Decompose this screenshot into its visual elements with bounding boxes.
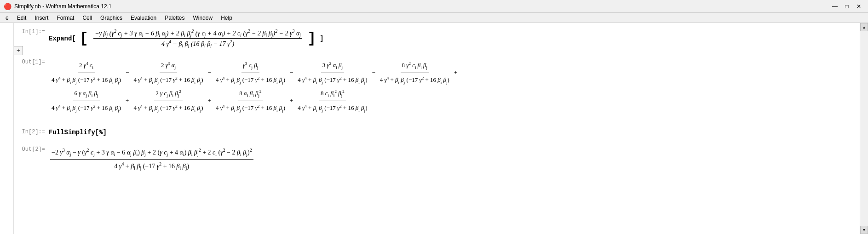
app-icon: 🔴 [4,3,11,10]
out1-content: 2 γ4 ci 4 γ4 + βi βj (−17 γ2 + 16 βi βj)… [49,57,852,117]
notebook: + In[1]:= Expand[ [ −γ βj (γ2 cj + 3 γ α… [0,23,868,234]
term6-frac: 6 γ αj βi βj 4 γ4 + βi βj (−17 γ2 + 16 β… [50,87,122,115]
main-content: In[1]:= Expand[ [ −γ βj (γ2 cj + 3 γ αi … [14,23,860,234]
big-bracket-close: ] [307,30,316,46]
scrollbar[interactable]: ▲ ▼ [860,23,868,234]
scroll-track[interactable] [860,31,868,226]
scroll-up-button[interactable]: ▲ [860,23,868,31]
op6: + [126,94,129,108]
big-bracket-open: [ [80,30,88,46]
in2-content[interactable]: FullSimplify[%] [49,127,852,138]
menu-item-edit[interactable]: Edit [13,14,30,22]
op2: − [208,66,211,80]
menu-item-window[interactable]: Window [190,14,217,22]
menu-item-cell[interactable]: Cell [79,14,96,22]
op1: − [126,66,129,80]
add-cell-button[interactable]: + [14,46,23,55]
menu-item-help[interactable]: Help [217,14,236,22]
out1-row2: 6 γ αj βi βj 4 γ4 + βi βj (−17 γ2 + 16 β… [49,87,852,115]
menu-item-insert[interactable]: Insert [31,14,52,22]
expand-keyword: Expand [49,35,72,42]
in1-label: In[1]:= [21,27,49,35]
in1-denominator: 4 γ4 + βi βj (16 βi βj − 17 γ2) [160,39,236,48]
title-text: Simplify.nb - Wolfram Mathematica 12.1 [14,3,112,10]
op5: + [454,66,457,80]
title-bar: 🔴 Simplify.nb - Wolfram Mathematica 12.1… [0,0,868,13]
close-button[interactable]: ✕ [853,2,864,11]
term5-frac: 8 γ2 ci βi βj 4 γ4 + βi βj (−17 γ2 + 16 … [379,59,451,87]
term4-frac: 3 γ2 αi βj 4 γ4 + βi βj (−17 γ2 + 16 βi … [296,59,368,87]
menu-item-e[interactable]: e [2,14,12,22]
out2-fraction: −2 γ3 αj − γ (γ2 cj + 3 γ αi − 6 αj βi) … [50,146,253,172]
out1-row1: 2 γ4 ci 4 γ4 + βi βj (−17 γ2 + 16 βi βj)… [49,59,852,87]
term3-frac: γ3 cj βj 4 γ4 + βi βj (−17 γ2 + 16 βi βj… [214,59,287,87]
out2-content: −2 γ3 αj − γ (γ2 cj + 3 γ αi − 6 αj βi) … [49,144,852,174]
title-bar-controls: — □ ✕ [829,2,864,11]
op3: − [290,66,293,80]
output-cell-2: Out[2]= −2 γ3 αj − γ (γ2 cj + 3 γ αi − 6… [21,144,852,174]
term9-frac: 8 ci βi2 βj2 4 γ4 + βi βj (−17 γ2 + 16 β… [296,87,368,115]
op8: + [290,94,293,108]
menu-item-graphics[interactable]: Graphics [97,14,126,22]
input-cell-2: In[2]:= FullSimplify[%] [21,127,852,138]
out1-label: Out[1]= [21,57,49,65]
op7: + [208,94,211,108]
maximize-button[interactable]: □ [841,2,852,11]
output-cell-1: Out[1]= 2 γ4 ci 4 γ4 + βi βj (−17 γ2 + 1… [21,57,852,117]
menu-item-format[interactable]: Format [53,14,78,22]
fullsimplify-keyword: FullSimplify[%] [49,129,107,136]
sep3 [21,141,852,144]
in2-label: In[2]:= [21,127,49,135]
in1-fraction: −γ βj (γ2 cj + 3 γ αi − 6 βi αj) + 2 βi … [93,29,302,49]
title-bar-left: 🔴 Simplify.nb - Wolfram Mathematica 12.1 [4,3,112,10]
left-column [0,23,14,234]
minimize-button[interactable]: — [829,2,840,11]
menu-item-evaluation[interactable]: Evaluation [127,14,160,22]
menu-bar: e Edit Insert Format Cell Graphics Evalu… [0,13,868,23]
bracket-open: [ [72,35,75,42]
term1-frac: 2 γ4 ci 4 γ4 + βi βj (−17 γ2 + 16 βi βj) [50,59,122,87]
op4: − [372,66,375,80]
input-cell-1: In[1]:= Expand[ [ −γ βj (γ2 cj + 3 γ αi … [21,27,852,51]
sep2 [21,120,852,127]
term8-frac: 8 αi βi βj2 4 γ4 + βi βj (−17 γ2 + 16 βi… [214,87,287,115]
bracket-close: ] [320,35,323,42]
out2-numerator: −2 γ3 αj − γ (γ2 cj + 3 γ αi − 6 αj βi) … [50,146,253,160]
out2-label: Out[2]= [21,144,49,153]
scroll-down-button[interactable]: ▼ [860,226,868,234]
term2-frac: 2 γ3 αj 4 γ4 + βi βj (−17 γ2 + 16 βi βj) [132,59,204,87]
in1-content[interactable]: Expand[ [ −γ βj (γ2 cj + 3 γ αi − 6 βi α… [49,27,852,51]
menu-item-palettes[interactable]: Palettes [161,14,188,22]
sep1 [21,53,852,57]
term7-frac: 2 γ cj βi βj2 4 γ4 + βi βj (−17 γ2 + 16 … [132,87,204,115]
in1-numerator: −γ βj (γ2 cj + 3 γ αi − 6 βi αj) + 2 βi … [93,29,302,39]
out2-denominator: 4 γ4 + βi βj (−17 γ2 + 16 βi βj) [113,160,190,172]
